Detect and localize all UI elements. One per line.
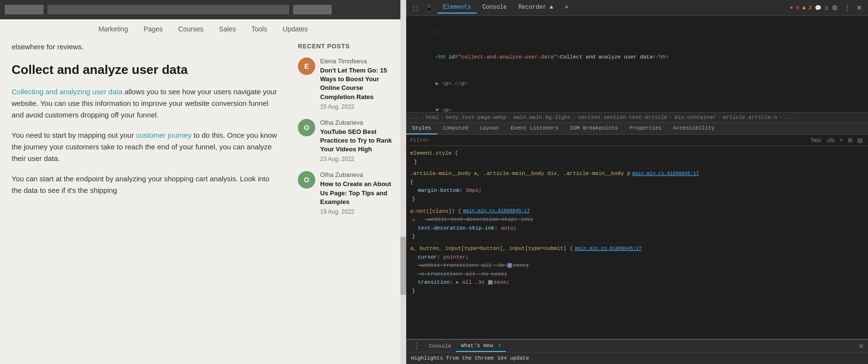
styles-tab-accessibility[interactable]: Accessibility	[667, 123, 721, 134]
customer-journey-link[interactable]: customer journey	[136, 131, 191, 139]
html-line-h5[interactable]: <h5 id="collect-and-analyze-user-data">C…	[406, 44, 868, 71]
new-style-rule-btn[interactable]: ⊞	[846, 136, 854, 144]
breadcrumb-html[interactable]: html	[426, 115, 439, 120]
css-selector-4[interactable]: a, button, input[type=button], input[typ…	[410, 245, 573, 253]
tab-console[interactable]: Console	[477, 2, 513, 14]
post-info-3: Olha Zubarieva How to Create an About Us…	[320, 171, 395, 215]
tab-recorder[interactable]: Recorder ▲	[513, 2, 559, 14]
navigation-bar: Marketing Pages Courses Sales Tools Upda…	[0, 19, 406, 39]
css-close-brace-4: }	[410, 287, 864, 296]
breadcrumb-more[interactable]: ...	[784, 115, 794, 120]
css-rule-a-not-class: a:not([class]) { main.min.cs…61868845:17…	[406, 206, 868, 243]
css-selector-1[interactable]: element.style {	[410, 149, 458, 158]
css-property-text-deco-skip[interactable]: text-decoration-skip-ink: auto;	[410, 224, 517, 233]
styles-tab-event-listeners[interactable]: Event Listeners	[505, 123, 564, 134]
html-line-p-open[interactable]: ▼ <p>	[406, 97, 868, 113]
css-selector-3[interactable]: a:not([class]) {	[410, 207, 461, 216]
css-prop-webkit-transition: -webkit-transition: all .3s ease;	[410, 262, 864, 270]
breadcrumb-article[interactable]: article.article-n	[723, 115, 777, 120]
address-bar[interactable]	[47, 5, 289, 15]
scrollbar-track[interactable]	[400, 0, 406, 364]
devtools-settings-btn[interactable]: ⚙	[830, 3, 840, 13]
css-open-brace-2: {	[410, 178, 864, 187]
collecting-link[interactable]: Collecting and analyzing user data	[12, 87, 122, 96]
breadcrumb-main[interactable]: main.main.bg-light	[514, 115, 571, 120]
nav-pages[interactable]: Pages	[144, 25, 163, 33]
tab-more[interactable]: »	[559, 2, 574, 14]
breadcrumb-div[interactable]: div.container	[675, 115, 716, 120]
post-info-2: Olha Zubarieva YouTube SEO Best Practice…	[320, 119, 395, 163]
device-toolbar-btn[interactable]: 📱	[423, 3, 435, 13]
styles-tab-properties[interactable]: Properties	[624, 123, 667, 134]
whats-new-close-btn[interactable]: ✕	[498, 343, 501, 349]
inspect-element-btn[interactable]: ⬚	[410, 3, 421, 13]
error-badge[interactable]: ● 9	[790, 5, 799, 11]
css-property-webkit-transition[interactable]: -webkit-transition: all .3s ease;	[410, 262, 529, 270]
tab-elements[interactable]: Elements	[437, 2, 477, 14]
css-selector-line-1: element.style {	[410, 149, 864, 158]
css-prop-text-deco-skip: text-decoration-skip-ink: auto;	[410, 224, 864, 233]
styles-tab-computed[interactable]: Computed	[437, 123, 474, 134]
post-item-1[interactable]: E Elena Timofeeva Don't Let Them Go: 15 …	[298, 58, 395, 110]
post-title-3[interactable]: How to Create an About Us Page: Top Tips…	[320, 180, 395, 206]
styles-tab-styles[interactable]: Styles	[406, 123, 437, 134]
devtools-close-btn[interactable]: ✕	[854, 3, 864, 13]
css-property-margin-bottom[interactable]: margin-bottom: 30px;	[410, 187, 482, 195]
styles-tab-layout[interactable]: Layout	[474, 123, 505, 134]
post-author-2: Olha Zubarieva	[320, 119, 395, 126]
section-title: Collect and analyze user data	[12, 62, 279, 77]
info-badge[interactable]: 💬 3	[815, 5, 828, 11]
bottom-panel-close-btn[interactable]: ✕	[858, 342, 864, 350]
warning-badge[interactable]: ▲ 2	[802, 5, 812, 11]
css-property-cursor[interactable]: cursor: pointer;	[410, 253, 469, 262]
css-selector-2[interactable]: .article-main__body a, .article-main__bo…	[410, 170, 630, 178]
nav-tools[interactable]: Tools	[251, 25, 267, 33]
breadcrumb-section[interactable]: section.section-text-article	[578, 115, 667, 120]
post-title-2[interactable]: YouTube SEO Best Practices to Try to Ran…	[320, 128, 395, 154]
filter-hov-btn[interactable]: :hov	[809, 136, 823, 144]
bottom-dots-btn[interactable]: ⋮	[410, 341, 424, 350]
breadcrumb-body[interactable]: body.text-page.webp	[446, 115, 506, 120]
css-filename-3[interactable]: main.min.cs…61868845:17	[463, 207, 530, 215]
css-property-transition[interactable]: transition: ▶ all .3s ease;	[410, 278, 510, 287]
html-line-p-collapsed[interactable]: ▶ <p>…</p>	[406, 71, 868, 98]
toggle-sidebar-btn[interactable]: ▤	[856, 136, 864, 144]
css-prop-webkit-text-deco: ⚠ -webkit-text-decoration-skip: ink;	[410, 216, 864, 224]
filter-actions: :hov .cls + ⊞ ▤	[809, 136, 864, 144]
css-rule-article-body: .article-main__body a, .article-main__bo…	[406, 168, 868, 205]
bottom-tab-console[interactable]: Console	[424, 341, 456, 351]
nav-sales[interactable]: Sales	[219, 25, 236, 33]
intro-text: elsewhere for reviews.	[12, 39, 279, 51]
scrollbar-thumb[interactable]	[400, 237, 406, 295]
nav-updates[interactable]: Updates	[282, 25, 308, 33]
avatar-2: O	[298, 119, 315, 136]
css-filename-4[interactable]: main.min.cs…61868845:17	[575, 245, 642, 253]
post-item-2[interactable]: O Olha Zubarieva YouTube SEO Best Practi…	[298, 119, 395, 163]
devtools-panel: ⬚ 📱 Elements Console Recorder ▲ » ● 9 ▲ …	[406, 0, 868, 364]
css-property-webkit-text-deco[interactable]: -webkit-text-decoration-skip: ink;	[417, 216, 533, 224]
css-selector-line-3: a:not([class]) { main.min.cs…61868845:17	[410, 207, 864, 216]
css-filename-2[interactable]: main.min.cs…61868845:17	[632, 170, 699, 178]
css-property-o-transition[interactable]: -o-transition: all .3s ease;	[410, 270, 507, 279]
bottom-tab-whats-new[interactable]: What's New ✕	[456, 340, 506, 352]
post-item-3[interactable]: O Olha Zubarieva How to Create an About …	[298, 171, 395, 215]
post-date-2: 23 Aug. 2022	[320, 156, 395, 162]
body-paragraph-1: Collecting and analyzing user data allow…	[12, 86, 279, 121]
filter-input[interactable]	[410, 137, 809, 143]
body-paragraph-3: You can start at the endpoint by analyzi…	[12, 173, 279, 196]
post-date-1: 25 Aug. 2022	[320, 103, 395, 110]
breadcrumb-dots: ...	[410, 115, 419, 120]
add-style-btn[interactable]: +	[838, 136, 844, 144]
devtools-more-btn[interactable]: ⋮	[842, 3, 853, 13]
css-rules-panel: element.style { } .article-main__body a,…	[406, 146, 868, 339]
browser-actions	[293, 5, 332, 15]
post-title-1[interactable]: Don't Let Them Go: 15 Ways to Boost Your…	[320, 66, 395, 102]
nav-courses[interactable]: Courses	[178, 25, 204, 33]
filter-cls-btn[interactable]: .cls	[824, 136, 836, 144]
styles-tab-dom-breakpoints[interactable]: DOM Breakpoints	[564, 123, 624, 134]
css-rule-a-button-input: a, button, input[type=button], input[typ…	[406, 243, 868, 298]
devtools-breadcrumb: ... › html › body.text-page.webp › main.…	[406, 113, 868, 123]
bottom-content: Highlights from the Chrome 104 update	[406, 352, 868, 364]
nav-marketing[interactable]: Marketing	[98, 25, 128, 33]
avatar-1: E	[298, 58, 315, 75]
